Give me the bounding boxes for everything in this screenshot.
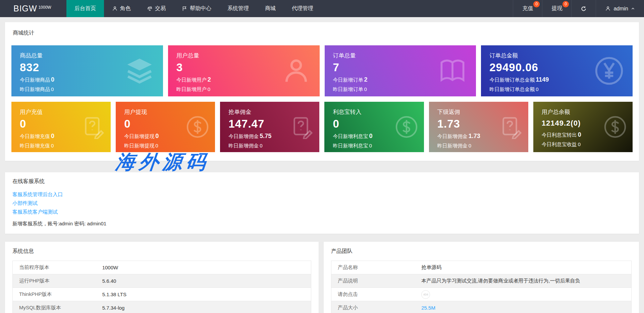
stat-card-yesterday-line: 昨日新增提现0: [124, 143, 212, 149]
stat-line-label: 今日新增佣金: [228, 133, 259, 139]
stat-line-label: 昨日新增用户: [176, 86, 207, 92]
row-label: 产品大小: [331, 305, 421, 311]
stat-line-label: 昨日新增佣金: [437, 143, 468, 148]
stat-line-value: 0: [578, 141, 581, 147]
service-link-widget-test[interactable]: 小部件测试: [12, 199, 38, 208]
service-link-service-admin-entry[interactable]: 客服系统管理后台入口: [12, 190, 63, 199]
stat-card-yesterday-line: 昨日新增商品0: [20, 86, 160, 93]
menu-item-trade[interactable]: 交易: [139, 0, 174, 17]
product-team-title: 产品团队: [331, 248, 632, 255]
row-label: ThinkPHP版本: [13, 291, 102, 298]
row-label: 产品名称: [331, 264, 421, 271]
row-value: 本产品只为学习测试交流,请勿要做商业或者用于违法行为,一切后果自负: [421, 278, 631, 284]
menu-item-mall[interactable]: 商城: [257, 0, 284, 17]
stat-line-label: 今日利息宝收益: [542, 141, 577, 147]
doc-question-icon: [290, 115, 314, 139]
row-label: 当前程序版本: [13, 264, 102, 271]
stat-card-grab-commission: 抢单佣金147.47今日新增佣金5.75昨日新增佣金0: [220, 102, 319, 152]
refresh-icon: [581, 6, 587, 12]
scales-icon: [147, 6, 153, 11]
nav-action-recharge[interactable]: 充值0: [513, 0, 542, 17]
menu-item-roles[interactable]: 角色: [104, 0, 139, 17]
table-row: 运行PHP版本5.6.40: [13, 274, 311, 288]
stat-line-label: 今日新增提现: [124, 133, 154, 139]
main-menu: 后台首页角色交易帮助中心系统管理商城代理管理: [66, 0, 513, 17]
stat-line-value: 0: [260, 143, 262, 148]
product-team-table: 产品名称抢单源码产品说明本产品只为学习测试交流,请勿要做商业或者用于违法行为,一…: [331, 261, 632, 313]
stat-line-value: 0: [155, 143, 158, 148]
service-panel-title: 在线客服系统: [12, 178, 632, 185]
stat-card-yesterday-line: 昨日新增充值0: [20, 143, 107, 149]
bottom-panels: 系统信息 当前程序版本1000W运行PHP版本5.6.40ThinkPHP版本5…: [5, 242, 639, 313]
caret-up-icon: [631, 7, 635, 11]
nav-action-refresh[interactable]: [571, 0, 596, 17]
layers-icon: [124, 55, 155, 86]
product-team-panel: 产品团队 产品名称抢单源码产品说明本产品只为学习测试交流,请勿要做商业或者用于违…: [324, 242, 639, 313]
table-row: 产品名称抢单源码: [331, 261, 631, 274]
service-link-service-client-test[interactable]: 客服系统客户端测试: [12, 208, 58, 216]
stats-panel-title: 商城统计: [13, 30, 633, 37]
stat-line-label: 今日新增利息宝: [333, 133, 368, 139]
menu-item-system[interactable]: 系统管理: [219, 0, 257, 17]
stat-card-user-withdraw: 用户提现0今日新增提现0昨日新增提现0: [116, 102, 215, 152]
stat-line-label: 今日新增订单总金额: [489, 77, 535, 83]
stat-line-value: 0: [51, 76, 54, 83]
menu-item-home[interactable]: 后台首页: [66, 0, 104, 17]
stat-card-yesterday-line: 今日利息宝收益0: [542, 141, 629, 148]
stat-line-label: 昨日新增提现: [124, 143, 154, 148]
table-row: MySQL数据库版本5.7.34-log: [13, 301, 311, 313]
nav-action-admin[interactable]: admin: [596, 0, 644, 17]
stat-line-label: 昨日新增充值: [20, 143, 50, 148]
stat-line-value: 0: [369, 143, 372, 148]
badge-recharge: 0: [533, 1, 540, 7]
row-value-link[interactable]: 25.5M: [421, 305, 435, 311]
menu-item-help-center[interactable]: 帮助中心: [174, 0, 219, 17]
nav-action-label: admin: [613, 6, 628, 12]
stat-line-value: 2: [208, 76, 211, 83]
do-not-click-badge[interactable]: 404: [421, 290, 430, 299]
menu-item-label: 后台首页: [74, 5, 96, 12]
stat-card-user-recharge: 用户充值0今日新增充值0昨日新增充值0: [11, 102, 111, 152]
stat-card-interest-in: 利息宝转入0今日新增利息宝0昨日新增利息宝0: [324, 102, 424, 152]
system-info-table: 当前程序版本1000W运行PHP版本5.6.40ThinkPHP版本5.1.38…: [12, 261, 311, 313]
stat-card-yesterday-line: 昨日新增佣金0: [228, 143, 316, 149]
stat-line-label: 今日利息宝转出: [542, 132, 577, 138]
stat-line-value: 0: [469, 143, 471, 148]
row-value: 25.5M: [421, 305, 631, 311]
user-icon: [281, 55, 312, 86]
menu-item-agency[interactable]: 代理管理: [284, 0, 321, 17]
stat-line-value: 0: [155, 133, 159, 139]
stat-line-value: 1149: [536, 76, 549, 83]
nav-action-label: 充值: [522, 5, 533, 12]
mall-stats-panel: 商城统计 商品总量832今日新增商品0昨日新增商品0用户总量3今日新增用户2昨日…: [5, 22, 639, 161]
logo[interactable]: BIGW 1000W: [0, 0, 66, 17]
stat-line-label: 今日新增佣金: [437, 133, 468, 139]
admin-dashboard: BIGW 1000W 后台首页角色交易帮助中心系统管理商城代理管理 充值0提现0…: [0, 0, 644, 313]
dollar-circle-icon: [603, 115, 627, 139]
user-icon: [112, 6, 118, 11]
system-info-title: 系统信息: [12, 248, 311, 255]
row-label: 请勿点击: [331, 291, 421, 298]
stat-line-label: 昨日新增订单总金额: [489, 86, 535, 92]
service-links: 客服系统管理后台入口小部件测试客服系统客户端测试: [12, 190, 632, 216]
menu-item-label: 商城: [265, 5, 276, 12]
logo-version: 1000W: [39, 5, 51, 10]
stat-line-label: 今日新增商品: [20, 77, 50, 83]
stats-row-2: 用户充值0今日新增充值0昨日新增充值0用户提现0今日新增提现0昨日新增提现0抢单…: [11, 102, 633, 152]
stat-card-goods-total: 商品总量832今日新增商品0昨日新增商品0: [11, 45, 163, 96]
yen-circle-icon: [594, 55, 625, 86]
page-content: 商城统计 商品总量832今日新增商品0昨日新增商品0用户总量3今日新增用户2昨日…: [0, 17, 644, 313]
stat-line-value: 0: [578, 131, 581, 138]
stat-line-label: 昨日新增商品: [20, 86, 50, 92]
online-service-panel: 在线客服系统 客服系统管理后台入口小部件测试客服系统客户端测试 新增客服系统，账…: [5, 172, 639, 234]
table-row: ThinkPHP版本5.1.38 LTS: [13, 288, 311, 301]
stat-line-label: 昨日新增利息宝: [333, 143, 368, 148]
row-value: 1000W: [102, 265, 311, 270]
table-row: 请勿点击404: [331, 288, 631, 301]
logo-text: BIGW: [13, 4, 37, 13]
nav-action-withdraw[interactable]: 提现0: [542, 0, 571, 17]
stat-card-sub-rebate: 下级返佣1.73今日新增佣金1.73昨日新增佣金0: [429, 102, 528, 152]
doc-question-icon: [81, 115, 105, 139]
user-icon: [605, 6, 611, 11]
stats-row-1: 商品总量832今日新增商品0昨日新增商品0用户总量3今日新增用户2昨日新增用户0…: [11, 45, 633, 96]
